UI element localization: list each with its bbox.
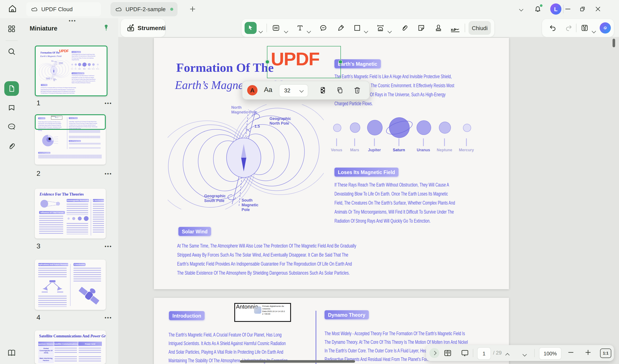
label-geographic-north-pole: Geographic North Pole [269,116,291,126]
collapse-icon[interactable] [429,348,439,358]
panel-drag-handle[interactable]: ••• [69,18,76,23]
toolbox-icon [126,23,135,33]
shape-tool-icon[interactable] [353,24,362,32]
strumenti-button[interactable]: Strumenti [121,19,165,37]
search-icon[interactable] [7,47,16,56]
text-dropdown-icon[interactable] [307,27,310,34]
signature-info: Firmato digitalmente da: Antonnio Data:2… [262,305,289,315]
redo-icon[interactable] [564,24,573,32]
tab-updf-2-sample[interactable]: UPDF-2-sample [111,2,178,16]
header-dropdown-icon[interactable] [284,27,288,34]
thumb-menu-dots[interactable]: ••• [105,171,112,176]
home-icon[interactable] [8,4,17,13]
reader-mode-icon[interactable] [7,348,16,358]
signature-tool-icon[interactable] [450,24,461,32]
horizontal-scrollbar[interactable] [240,360,355,363]
font-color-button[interactable]: A [247,85,257,95]
grid-menu-icon[interactable] [7,24,16,33]
comment-tool-icon[interactable] [319,24,328,32]
sidebar-item-thumbnails[interactable] [4,81,19,96]
thumb-page-number: 3 [37,242,40,250]
page-total: / 29 [493,350,502,356]
font-style-button[interactable]: Aa [264,86,272,94]
digital-signature-box[interactable]: Antonnio Firmato digitalmente da: Antonn… [234,303,291,322]
selection-box[interactable] [267,46,341,78]
page-number-input[interactable]: 1 [477,347,491,360]
new-tab-button[interactable] [189,5,197,13]
zoom-out-icon[interactable] [567,349,575,356]
notifications-bell-icon[interactable] [532,3,543,14]
mini-text: The Earth's Magnetic Field Is Like A Hug… [71,54,99,61]
bookmark-icon[interactable] [7,103,16,112]
page-view-icon[interactable] [443,349,452,358]
cursor-dropdown-icon[interactable] [259,27,262,34]
thumbnail-page-3[interactable]: Evidence For The Theories Influence Of T… [35,189,106,238]
undo-icon[interactable] [549,24,557,32]
close-button[interactable] [592,3,604,14]
thumb-menu-dots[interactable]: ••• [105,100,112,106]
statusbar-divider [534,349,535,357]
font-size-select[interactable]: 32 [279,84,308,97]
font-size-dropdown-icon [299,88,304,93]
tab-label: UPDF-2-sample [126,6,166,13]
selection-handle-left[interactable] [265,60,269,64]
sticker-tool-icon[interactable] [417,24,425,32]
diagram-label: South Magnetic Pole [53,78,56,81]
opacity-checker-icon[interactable] [319,86,327,95]
zoom-input[interactable]: 100% [539,347,562,360]
vertical-scrollbar[interactable] [613,39,615,47]
select-cursor-tool[interactable] [245,22,257,34]
save-icon[interactable] [580,24,589,32]
thumb-menu-dots[interactable]: ••• [105,244,112,249]
comments-icon[interactable] [7,122,16,131]
attachment-tool-icon[interactable] [400,24,409,32]
mini-badge: Earth's Magnetic [71,51,81,53]
mini-planets: Venus Mars Jupiter Saturn Uranus Neptune… [71,62,99,70]
measure-dropdown-icon[interactable] [388,27,391,34]
header-tool-icon[interactable] [272,24,280,32]
document-canvas[interactable]: Formation Of The Earth’s Magnetic Field … [118,37,619,364]
mini-table: Comparison Dimensions Satellite Communic… [38,342,102,364]
page-down-icon[interactable] [523,350,526,358]
measure-tool-icon[interactable] [376,24,385,32]
statusbar-divider [473,349,473,357]
selection-handle-right[interactable] [338,60,343,64]
avatar[interactable]: L [550,3,562,14]
save-dropdown-icon[interactable] [592,27,595,34]
highlighter-tool-icon[interactable] [337,24,345,32]
thumbnail-page-4[interactable]: Implications And Future Research Conclus… [35,260,106,310]
magnetic-field-diagram: North Magnetic Pole Geographic North Pol… [168,104,324,209]
chiudi-button[interactable]: Chiudi [469,21,491,35]
attachments-icon[interactable] [7,141,16,151]
presentation-icon[interactable] [460,349,469,358]
mini-title: Earth’s Magnetic Field [40,55,61,57]
duplicate-icon[interactable] [336,86,344,95]
chevron-down-icon[interactable] [515,3,527,14]
mini-badge: Conclusion [73,263,85,266]
minimize-button[interactable] [562,3,573,14]
titlebar: UPDF Cloud UPDF-2-sample L [0,0,619,18]
page-up-icon[interactable] [506,351,509,358]
restore-button[interactable] [577,3,588,14]
thumb-menu-dots[interactable]: ••• [105,315,112,320]
thumbnail-page-2[interactable]: Introduction Antonnio Firmato digitalmen… [35,114,106,165]
actual-size-button[interactable]: 1:1 [600,349,611,358]
label-angle: 1.5 [254,124,260,129]
font-size-value: 32 [284,87,290,94]
thumb-page-number: 2 [37,170,40,178]
pin-icon[interactable] [102,24,111,32]
label-geographic-south-pole: Geographic South Pole [204,194,226,203]
zoom-in-icon[interactable] [584,349,592,356]
stamp-tool-icon[interactable] [434,24,443,32]
thumb-page-number: 1 [37,99,40,107]
text-tool-icon[interactable] [296,24,304,32]
visible-region-indicator[interactable] [35,114,106,130]
file-toolbar [542,19,614,37]
thumbnail-page-5[interactable]: Satellite Communications And Power Grids… [35,331,106,364]
thumbnail-page-1[interactable]: Formation Of The Earth’s Magnetic Field … [35,45,108,96]
tab-updf-cloud[interactable]: UPDF Cloud [26,2,101,16]
shape-dropdown-icon[interactable] [365,27,367,34]
paragraph-loses-field: If These Rays Reach The Earth Without Ob… [335,181,473,226]
ai-assistant-icon[interactable] [600,22,611,33]
delete-trash-icon[interactable] [353,86,362,95]
